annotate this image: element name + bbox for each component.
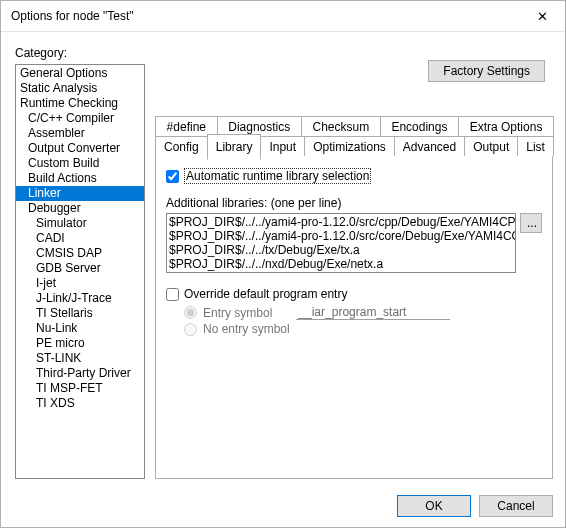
no-entry-symbol-radio xyxy=(184,323,197,336)
category-item[interactable]: Build Actions xyxy=(16,171,144,186)
dialog-footer: OK Cancel xyxy=(1,487,565,528)
additional-libs-label: Additional libraries: (one per line) xyxy=(166,196,542,210)
window-title: Options for node "Test" xyxy=(11,9,520,23)
tab-row-2: ConfigLibraryInputOptimizationsAdvancedO… xyxy=(155,136,553,156)
category-item[interactable]: TI XDS xyxy=(16,396,144,411)
titlebar: Options for node "Test" ✕ xyxy=(1,1,565,32)
tab-output[interactable]: Output xyxy=(464,136,518,156)
settings-column: Factory Settings #defineDiagnosticsCheck… xyxy=(155,46,553,479)
category-item[interactable]: ST-LINK xyxy=(16,351,144,366)
category-item[interactable]: CADI xyxy=(16,231,144,246)
tab-optimizations[interactable]: Optimizations xyxy=(304,136,395,156)
options-dialog: Options for node "Test" ✕ Category: Gene… xyxy=(0,0,566,528)
category-list[interactable]: General OptionsStatic AnalysisRuntime Ch… xyxy=(15,64,145,479)
category-item[interactable]: Assembler xyxy=(16,126,144,141)
browse-libs-button[interactable]: ... xyxy=(520,213,542,233)
category-item[interactable]: Custom Build xyxy=(16,156,144,171)
tab-encodings[interactable]: Encodings xyxy=(380,116,459,136)
tab-input[interactable]: Input xyxy=(260,136,305,156)
entry-symbol-radio xyxy=(184,306,197,319)
dialog-body: Category: General OptionsStatic Analysis… xyxy=(1,32,565,487)
category-item[interactable]: Static Analysis xyxy=(16,81,144,96)
factory-settings-button[interactable]: Factory Settings xyxy=(428,60,545,82)
entry-symbol-input xyxy=(296,305,450,320)
category-item[interactable]: C/C++ Compiler xyxy=(16,111,144,126)
category-item[interactable]: Linker xyxy=(16,186,144,201)
category-item[interactable]: I-jet xyxy=(16,276,144,291)
category-item[interactable]: Nu-Link xyxy=(16,321,144,336)
tab-row-1: #defineDiagnosticsChecksumEncodingsExtra… xyxy=(155,116,553,136)
category-item[interactable]: TI MSP-FET xyxy=(16,381,144,396)
category-item[interactable]: Output Converter xyxy=(16,141,144,156)
category-label: Category: xyxy=(15,46,145,60)
tab-checksum[interactable]: Checksum xyxy=(301,116,381,136)
tab-advanced[interactable]: Advanced xyxy=(394,136,465,156)
tab-library[interactable]: Library xyxy=(207,134,262,160)
ok-button[interactable]: OK xyxy=(397,495,471,517)
override-entry-checkbox[interactable] xyxy=(166,288,179,301)
override-entry-label: Override default program entry xyxy=(184,287,347,301)
additional-libs-textarea[interactable] xyxy=(166,213,516,273)
cancel-button[interactable]: Cancel xyxy=(479,495,553,517)
auto-runtime-label[interactable]: Automatic runtime library selection xyxy=(184,168,371,184)
tab-list[interactable]: List xyxy=(517,136,554,156)
category-item[interactable]: GDB Server xyxy=(16,261,144,276)
category-item[interactable]: Third-Party Driver xyxy=(16,366,144,381)
tab-config[interactable]: Config xyxy=(155,136,208,156)
tab-panel: #defineDiagnosticsChecksumEncodingsExtra… xyxy=(155,116,553,479)
tab-diagnostics[interactable]: Diagnostics xyxy=(217,116,302,136)
category-item[interactable]: J-Link/J-Trace xyxy=(16,291,144,306)
tab-extra-options[interactable]: Extra Options xyxy=(458,116,554,136)
entry-symbol-label: Entry symbol xyxy=(203,306,272,320)
tab-library-content: Automatic runtime library selection Addi… xyxy=(155,155,553,479)
tab--define[interactable]: #define xyxy=(155,116,218,136)
category-item[interactable]: Debugger xyxy=(16,201,144,216)
no-entry-symbol-label: No entry symbol xyxy=(203,322,290,336)
close-icon[interactable]: ✕ xyxy=(520,1,565,31)
category-item[interactable]: Runtime Checking xyxy=(16,96,144,111)
category-column: Category: General OptionsStatic Analysis… xyxy=(15,46,145,479)
auto-runtime-checkbox[interactable] xyxy=(166,170,179,183)
category-item[interactable]: CMSIS DAP xyxy=(16,246,144,261)
category-item[interactable]: Simulator xyxy=(16,216,144,231)
category-item[interactable]: PE micro xyxy=(16,336,144,351)
category-item[interactable]: General Options xyxy=(16,66,144,81)
category-item[interactable]: TI Stellaris xyxy=(16,306,144,321)
